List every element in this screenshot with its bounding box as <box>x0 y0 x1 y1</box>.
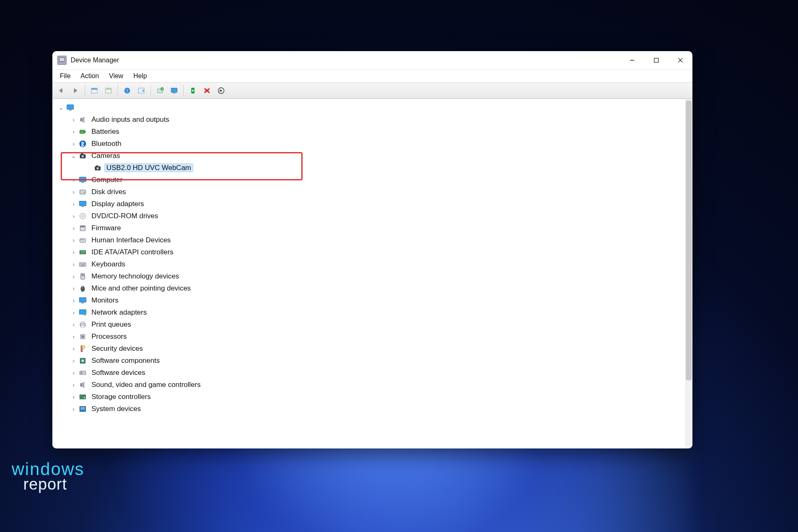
expand-icon[interactable]: › <box>70 129 77 135</box>
tree-node-root[interactable]: ⌄ <box>57 101 685 113</box>
expand-icon[interactable]: › <box>70 334 77 340</box>
tree-node-ide[interactable]: ›IDE ATA/ATAPI controllers <box>57 246 685 258</box>
tree-node-swd[interactable]: ›Software devices <box>57 367 685 379</box>
expand-icon[interactable]: › <box>70 261 77 267</box>
expand-icon[interactable]: › <box>70 201 77 207</box>
menu-help[interactable]: Help <box>128 71 152 81</box>
tree-node-snd[interactable]: ›Sound, video and game controllers <box>57 379 685 391</box>
scrollbar-thumb[interactable] <box>686 101 692 380</box>
device-tree-area: ⌄›Audio inputs and outputs›Batteries›Blu… <box>52 99 692 448</box>
tree-node-sys[interactable]: ›System devices <box>57 403 685 415</box>
tree-node-fw[interactable]: ›Firmware <box>57 222 685 234</box>
svg-rect-61 <box>81 265 85 266</box>
tree-node-label: Security devices <box>90 345 145 352</box>
toolbar-add-legacy[interactable]: + <box>153 84 167 97</box>
tree-node-comp[interactable]: ›Computer <box>57 174 685 186</box>
tree-node-hid[interactable]: ›Human Interface Devices <box>57 234 685 246</box>
toolbar-properties[interactable] <box>88 84 101 97</box>
expand-icon[interactable]: › <box>70 406 77 412</box>
vertical-scrollbar[interactable] <box>685 99 692 448</box>
svg-rect-45 <box>81 206 84 207</box>
expand-icon[interactable]: › <box>70 177 77 183</box>
toolbar-back[interactable] <box>55 84 68 97</box>
toolbar-uninstall[interactable] <box>200 84 214 97</box>
toolbar-forward[interactable] <box>69 84 82 97</box>
menu-view[interactable]: View <box>104 71 128 81</box>
expand-icon[interactable]: › <box>70 273 77 279</box>
tree-node-label: Storage controllers <box>90 393 153 401</box>
watermark-line2: report <box>23 477 84 491</box>
expand-icon[interactable]: › <box>70 117 77 123</box>
tree-node-mon[interactable]: ›Monitors <box>57 294 685 306</box>
computer-icon <box>78 175 87 185</box>
tree-node-label: Disk drives <box>90 188 128 196</box>
tree-node-label: Mice and other pointing devices <box>90 284 192 292</box>
toolbar-separator <box>85 85 85 96</box>
collapse-icon[interactable]: ⌄ <box>57 105 65 111</box>
svg-rect-55 <box>81 253 85 253</box>
tree-node-label: System devices <box>90 405 143 413</box>
expand-icon[interactable]: › <box>70 249 77 255</box>
expand-icon[interactable]: › <box>70 346 77 352</box>
tree-node-disk[interactable]: ›Disk drives <box>57 186 685 198</box>
svg-rect-49 <box>80 226 85 227</box>
expand-icon[interactable]: › <box>70 225 77 231</box>
svg-rect-50 <box>80 239 86 242</box>
monitor-icon <box>78 296 87 305</box>
toolbar-update[interactable] <box>102 84 115 97</box>
tree-node-cam0[interactable]: USB2.0 HD UVC WebCam <box>57 162 685 174</box>
svg-marker-26 <box>220 89 222 92</box>
toolbar-scan[interactable] <box>135 84 148 97</box>
tree-node-cam[interactable]: ⌄Cameras <box>57 150 685 162</box>
expand-icon[interactable]: › <box>70 237 77 243</box>
minimize-button[interactable] <box>620 51 644 69</box>
security-icon <box>78 344 87 353</box>
expand-icon[interactable]: › <box>70 382 77 388</box>
expand-icon[interactable]: › <box>70 322 77 328</box>
menu-file[interactable]: File <box>55 71 76 81</box>
expand-icon[interactable]: › <box>70 141 77 147</box>
svg-rect-57 <box>80 264 81 264</box>
expand-icon[interactable]: › <box>70 286 77 291</box>
tree-node-mem[interactable]: ›Memory technology devices <box>57 270 685 282</box>
toolbar-refresh[interactable] <box>214 84 228 97</box>
expand-icon[interactable]: › <box>70 310 77 315</box>
tree-node-stc[interactable]: ›Storage controllers <box>57 391 685 403</box>
expand-icon[interactable]: › <box>70 189 77 195</box>
menubar: File Action View Help <box>52 69 692 82</box>
toolbar-monitor[interactable] <box>167 84 181 97</box>
tree-node-dvd[interactable]: ›DVD/CD-ROM drives <box>57 210 685 222</box>
expand-icon[interactable]: › <box>70 358 77 364</box>
system-icon <box>78 404 87 414</box>
window-titlebar[interactable]: Device Manager <box>52 51 692 69</box>
maximize-button[interactable] <box>644 51 668 69</box>
toolbar: ? + <box>52 82 692 99</box>
tree-node-disp[interactable]: ›Display adapters <box>57 198 685 210</box>
tree-node-pq[interactable]: ›Print queues <box>57 318 685 330</box>
tree-node-kb[interactable]: ›Keyboards <box>57 258 685 270</box>
svg-rect-59 <box>83 264 84 264</box>
expand-icon[interactable]: › <box>70 298 77 303</box>
toolbar-help[interactable]: ? <box>121 84 134 97</box>
toolbar-enable[interactable] <box>186 84 200 97</box>
tree-node-sec[interactable]: ›Security devices <box>57 342 685 355</box>
expand-icon[interactable]: › <box>70 370 77 376</box>
collapse-icon[interactable]: ⌄ <box>70 153 77 159</box>
svg-rect-9 <box>91 88 97 90</box>
display-icon <box>78 200 87 209</box>
tree-node-proc[interactable]: ›Processors <box>57 330 685 342</box>
tree-node-label: Human Interface Devices <box>90 236 172 244</box>
close-button[interactable] <box>668 51 692 69</box>
tree-node-batt[interactable]: ›Batteries <box>57 126 685 138</box>
battery-icon <box>78 127 87 136</box>
expand-icon[interactable]: › <box>70 394 77 400</box>
tree-node-audio[interactable]: ›Audio inputs and outputs <box>57 113 685 126</box>
tree-node-swc[interactable]: ›Software components <box>57 355 685 367</box>
svg-point-76 <box>82 346 85 348</box>
tree-node-net[interactable]: ›Network adapters <box>57 306 685 318</box>
tree-node-bt[interactable]: ›Bluetooth <box>57 138 685 150</box>
menu-action[interactable]: Action <box>76 71 104 81</box>
tree-node-mouse[interactable]: ›Mice and other pointing devices <box>57 282 685 294</box>
device-tree[interactable]: ⌄›Audio inputs and outputs›Batteries›Blu… <box>52 99 685 448</box>
expand-icon[interactable]: › <box>70 213 77 219</box>
